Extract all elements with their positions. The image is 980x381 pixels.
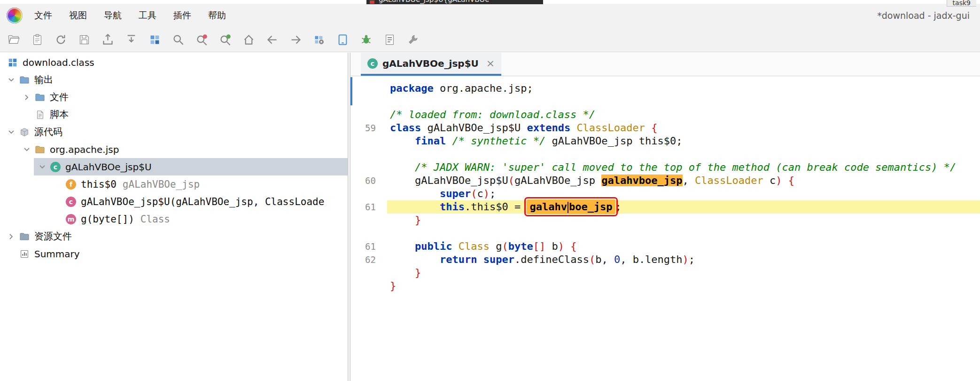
chevron-down-icon[interactable] [4,75,18,85]
tree-item[interactable]: cgALahVBOe_jsp$U(gALahVBOe_jsp, ClassLoa… [0,193,348,210]
main-activity-button[interactable] [242,33,255,46]
code-line[interactable]: /* loaded from: download.class */ [350,108,980,121]
comment-search-button[interactable] [219,33,232,46]
add-files-icon [31,33,44,46]
code-text [387,148,390,161]
tree-item[interactable]: download.class [0,54,348,71]
tree-item[interactable]: mg(byte[])Class [0,210,348,228]
line-number [350,135,387,148]
tree-item[interactable]: 资源文件 [0,228,348,245]
code-line[interactable]: package org.apache.jsp; [350,82,980,95]
tree-item-type: gALahVBOe_jsp [123,179,200,190]
code-line[interactable]: 61 public Class g(byte[] b) { [350,240,980,253]
resources-icon [18,231,31,242]
code-area[interactable]: package org.apache.jsp;/* loaded from: d… [350,76,980,381]
tree-item[interactable]: 源代码 [0,123,348,141]
tree-item[interactable]: cgALahVBOe_jsp$U [0,158,348,175]
tree-item[interactable]: org.apache.jsp [0,141,348,158]
code-text: } [387,279,396,293]
chevron-right-icon[interactable] [4,232,18,241]
chevron-down-icon[interactable] [4,127,18,137]
code-text: package org.apache.jsp; [387,82,533,95]
tree-item[interactable]: 脚本 [0,106,348,123]
save-all-icon [125,33,138,46]
code-line[interactable]: } [350,266,980,279]
open-file-button[interactable] [8,33,20,46]
tab-close-icon[interactable]: × [486,58,495,69]
editor-tab-bar: c gALahVBOe_jsp$U × [350,53,980,76]
background-window-fragment[interactable]: gALahVBOe_jsp$U{gALahVBOe [366,0,543,4]
device-button[interactable] [336,33,349,46]
tree-item[interactable]: 输出 [0,71,348,88]
menu-view[interactable]: 视图 [61,9,95,22]
code-line[interactable]: super(c); [350,187,980,200]
code-text: final /* synthetic */ gALahVBOe_jsp this… [387,135,683,148]
tree-item[interactable]: 文件 [0,88,348,106]
background-window-task9[interactable]: task9 [947,0,976,7]
chevron-right-icon[interactable] [20,93,34,102]
code-line[interactable]: 60 gALahVBOe_jsp$U(gALahVBOe_jsp galahvb… [350,174,980,187]
method-icon: m [65,214,77,225]
main-activity-icon [242,33,255,46]
log-viewer-icon [383,33,396,46]
menu-tools[interactable]: 工具 [131,9,164,22]
menu-items: 文件视图导航工具插件帮助 [25,9,234,22]
code-line[interactable]: final /* synthetic */ gALahVBOe_jsp this… [350,135,980,148]
reload-icon [54,33,67,46]
line-number: 62 [350,253,387,266]
line-number [350,82,387,95]
add-files-button[interactable] [31,33,44,46]
class-icon: c [367,58,378,69]
nav-back-button[interactable] [266,33,279,46]
reload-button[interactable] [54,33,67,46]
export-button[interactable] [101,33,114,46]
code-line[interactable]: /* JADX WARN: 'super' call moved to the … [350,161,980,174]
line-number [350,161,387,174]
menu-help[interactable]: 帮助 [200,9,234,22]
tree-item-label: gALahVBOe_jsp$U [65,161,152,173]
save-button[interactable] [78,33,91,46]
open-apk-button[interactable] [148,33,161,46]
chevron-down-icon[interactable] [35,162,49,172]
class-search-button[interactable] [195,33,208,46]
quark-analysis-button[interactable] [360,33,373,46]
menu-plugins[interactable]: 插件 [165,9,199,22]
code-line[interactable] [350,95,980,108]
tree-item[interactable]: fthis$0gALahVBOe_jsp [0,175,348,193]
text-caret [568,202,568,213]
menu-file[interactable]: 文件 [26,9,60,22]
code-line[interactable]: 59class gALahVBOe_jsp$U extends ClassLoa… [350,121,980,135]
log-viewer-button[interactable] [383,33,396,46]
code-text: } [387,214,421,227]
tree-item-label: 源代码 [34,126,62,138]
code-line[interactable]: 62 return super.defineClass(b, 0, b.leng… [350,253,980,266]
main-split: download.class输出文件脚本源代码org.apache.jspcgA… [0,53,980,381]
chevron-down-icon[interactable] [20,145,34,154]
preferences-button[interactable] [407,33,420,46]
line-number [350,148,387,161]
code-text [387,227,390,240]
code-line-current[interactable]: 61 this.this$0 = galahvboe_jsp; [350,200,980,214]
nav-forward-button[interactable] [289,33,302,46]
text-search-button[interactable] [172,33,185,46]
code-text: /* JADX WARN: 'super' call moved to the … [387,161,956,174]
tree-item-label: org.apache.jsp [50,144,119,155]
export-icon [101,33,114,46]
editor-tab[interactable]: c gALahVBOe_jsp$U × [361,53,501,76]
code-line[interactable] [350,227,980,240]
tab-label: gALahVBOe_jsp$U [382,58,479,69]
deobfuscation-button[interactable] [313,33,326,46]
package-folder-icon [34,144,46,155]
code-line[interactable]: } [350,214,980,227]
code-line[interactable]: } [350,279,980,293]
tree-item-label: 输出 [34,73,53,86]
menu-navigation[interactable]: 导航 [96,9,130,22]
code-line[interactable] [350,148,980,161]
tree-item-label: gALahVBOe_jsp$U(gALahVBOe_jsp, ClassLoad… [81,196,324,207]
toolbar [0,27,980,52]
nav-back-icon [266,33,279,46]
save-all-button[interactable] [125,33,138,46]
file-tree-panel: download.class输出文件脚本源代码org.apache.jspcgA… [0,53,348,381]
tree-item[interactable]: Summary [0,245,348,262]
tree-item-type: Class [140,214,170,225]
